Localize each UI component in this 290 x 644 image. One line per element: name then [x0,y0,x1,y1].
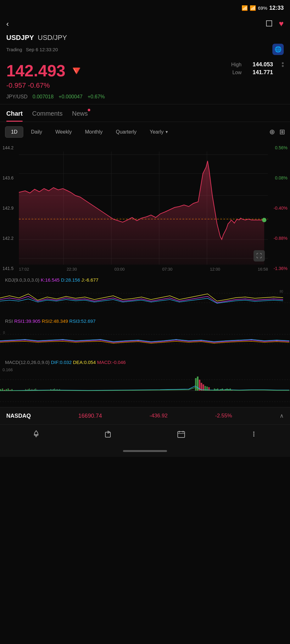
trading-label: Trading [6,47,22,52]
x-label-2: 22:30 [67,267,77,272]
stock-code: USDJPY [6,34,34,42]
alert-icon [32,430,41,441]
y-label-2: 143.6 [0,175,19,180]
macd-value: MACD:-0.046 [97,360,126,365]
chart-y-labels-left: 144.2 143.6 142.9 142.2 141.5 [0,142,19,274]
svg-point-74 [253,433,254,435]
low-label: Low [227,70,242,75]
globe-icon[interactable]: 🌐 [272,44,284,55]
tab-news[interactable]: News [72,104,88,122]
battery-text: 69% [258,5,267,11]
tabs: Chart Comments News [0,104,290,122]
y-label-3: 142.9 [0,206,19,211]
share-icon [104,430,113,441]
macd-header: MACD(12.0,26.0,9.0) DIF:0.032 DEA:0.054 … [0,356,290,366]
ticker-name: NASDAQ [6,413,31,419]
back-button[interactable]: ‹ [6,19,9,28]
nav-calendar[interactable] [170,430,192,441]
jpy-row: JPY/USD 0.007018 +0.000047 +0.67% [0,93,290,104]
rsi-chart: 0 [0,325,290,356]
nav-share[interactable] [98,430,120,441]
macd-val1: 0.166 [3,367,13,372]
more-icon [249,430,258,441]
kdj-label: KDJ(9.0,3.0,3.0) [5,277,39,283]
chart-x-labels: 17:02 22:30 03:00 07:30 12:00 16:58 [19,267,268,272]
chart-svg [0,142,290,274]
period-yearly[interactable]: Yearly ▼ [144,127,174,137]
chart-controls: 1D Daily Weekly Monthly Quarterly Yearly… [0,122,290,142]
stock-meta: Trading Sep 6 12:33:20 🌐 [6,44,284,55]
status-bar: 📶 📶 69% 12:33 [0,0,290,16]
y-pct-2: 0.08% [268,175,290,180]
svg-rect-22 [2,388,3,391]
y-label-4: 142.2 [0,236,19,241]
jpy-label: JPY/USD [6,94,28,100]
low-value: 141.771 [248,69,273,76]
bottom-ticker[interactable]: NASDAQ 16690.74 -436.92 -2.55% ∧ [0,407,290,424]
favorite-icon[interactable]: ♥ [279,19,284,29]
crosshair-icon[interactable]: ⊕ [269,128,275,136]
rsi-section: RSI RSI1:39.905 RSI2:48.349 RSI3:52.697 … [0,315,290,356]
period-quarterly[interactable]: Quarterly [110,127,142,137]
price-value: 142.493 [6,61,65,80]
macd-label: MACD(12.0,26.0,9.0) [5,360,50,365]
rsi-3: RSI3:52.697 [69,318,95,324]
fullscreen-button[interactable]: ⛶ [254,250,265,261]
tab-chart[interactable]: Chart [6,104,23,122]
rsi-svg: 0 [0,325,290,356]
kdj-chart: 80 [0,284,290,315]
macd-dif: DIF:0.032 [51,360,72,365]
jpy-change1: +0.000047 [59,94,82,100]
stock-title: USDJPY USD/JPY [6,34,284,42]
ticker-pct: -2.55% [215,413,232,419]
high-label: High [227,62,242,68]
macd-chart: 0.166 [0,366,290,407]
period-monthly[interactable]: Monthly [79,127,108,137]
y-label-5: 141.5 [0,266,19,271]
search-icon[interactable]: ☐ [265,19,273,29]
svg-rect-46 [195,378,197,391]
ticker-price: 16690.74 [78,413,102,419]
period-daily[interactable]: Daily [25,127,48,137]
x-label-1: 17:02 [19,267,29,272]
y-pct-4: -0.88% [268,236,290,241]
y-pct-1: 0.56% [268,145,290,150]
header-right: ☐ ♥ [265,19,284,29]
tab-comments[interactable]: Comments [32,104,63,122]
nav-more[interactable] [243,430,265,441]
y-label-1: 144.2 [0,145,19,150]
main-chart: 144.2 143.6 142.9 142.2 141.5 [0,142,290,274]
rsi-2: RSI2:48.349 [42,318,68,324]
kdj-d: D:28.156 [61,277,80,283]
svg-text:0: 0 [3,331,5,334]
macd-dea: DEA:0.054 [73,360,96,365]
wifi-icon: 📶 [242,5,248,11]
period-weekly[interactable]: Weekly [50,127,77,137]
layout-icon[interactable]: ⊞ [279,128,285,136]
home-indicator [123,450,167,452]
x-label-5: 12:00 [210,267,220,272]
ticker-change: -436.92 [149,413,168,419]
price-left: 142.493 🔻 -0.957 -0.67% [6,61,84,90]
stock-info: USDJPY USD/JPY Trading Sep 6 12:33:20 🌐 [0,29,290,58]
nav-alert[interactable] [25,430,47,441]
rsi-1: RSI1:39.905 [14,318,40,324]
news-notification-dot [88,109,90,111]
chart-tools: ⊕ ⊞ [269,128,285,136]
price-area: 142.493 🔻 -0.957 -0.67% High 144.053 Low… [0,58,290,93]
ticker-expand-icon[interactable]: ∧ [280,412,284,419]
period-1d[interactable]: 1D [5,126,23,138]
kdj-header: KDJ(9.0,3.0,3.0) K:16.545 D:28.156 J:-6.… [0,274,290,284]
kdj-svg: 80 [0,284,290,315]
jpy-value: 0.007018 [33,94,54,100]
x-label-4: 07:30 [162,267,173,272]
stock-meta-left: Trading Sep 6 12:33:20 [6,47,58,52]
kdj-j: J:-6.677 [81,277,98,283]
x-label-6: 16:58 [258,267,268,272]
svg-point-73 [253,432,254,433]
calendar-icon [177,430,186,441]
stock-name: USD/JPY [38,34,67,42]
rsi-label: RSI [5,318,13,324]
low-row: Low 141.771 [227,69,284,76]
header: ‹ ☐ ♥ [0,16,290,29]
